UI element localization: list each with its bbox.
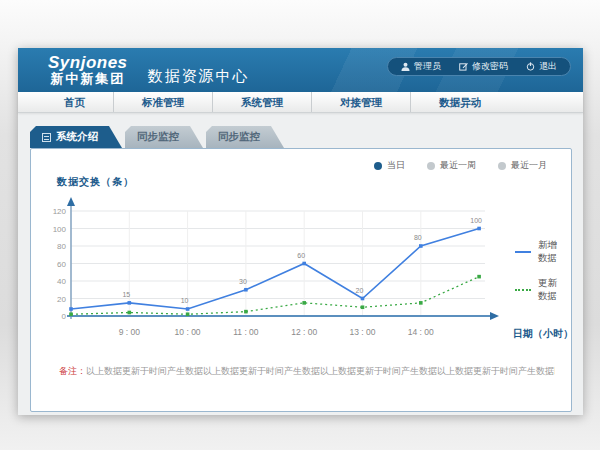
range-option-last-month[interactable]: 最近一月	[498, 159, 547, 172]
user-menu: 管理员 修改密码 退出	[387, 57, 571, 76]
svg-text:20: 20	[57, 295, 66, 304]
company-logo[interactable]: Synjones 新中新集团	[48, 54, 128, 87]
svg-text:15: 15	[122, 291, 130, 298]
svg-text:10: 10	[181, 297, 189, 304]
legend-item: 更新数据	[515, 277, 563, 303]
radio-dot-last-week	[427, 162, 435, 170]
legend-swatch	[515, 289, 531, 291]
tab-sync-monitor-2-label: 同步监控	[218, 130, 260, 144]
nav-item-home[interactable]: 首页	[36, 92, 114, 112]
svg-text:100: 100	[53, 225, 67, 234]
svg-text:0: 0	[62, 312, 67, 321]
app-window: Synjones 新中新集团 数据资源中心 管理员 修改密码 退出	[18, 48, 583, 415]
footnote-text: 以上数据更新于时间产生数据以上数据更新于时间产生数据以上数据更新于时间产生数据以…	[86, 366, 555, 376]
chart-side: 新增数据更新数据 日期（小时）	[511, 191, 563, 359]
nav-item-standard-mgmt[interactable]: 标准管理	[114, 92, 213, 112]
svg-text:14 : 00: 14 : 00	[408, 327, 434, 337]
legend-label: 新增数据	[538, 239, 563, 265]
range-selector: 当日 最近一周 最近一月	[374, 159, 547, 172]
svg-text:60: 60	[57, 260, 66, 269]
svg-text:80: 80	[414, 234, 422, 241]
range-option-last-week[interactable]: 最近一周	[427, 159, 476, 172]
app-header: Synjones 新中新集团 数据资源中心 管理员 修改密码 退出	[18, 48, 583, 92]
range-option-today-label: 当日	[387, 159, 405, 172]
change-password-button[interactable]: 修改密码	[459, 60, 508, 73]
svg-text:10 : 00: 10 : 00	[175, 327, 201, 337]
tab-sync-monitor-2[interactable]: 同步监控	[206, 126, 284, 148]
user-menu-admin[interactable]: 管理员	[401, 60, 441, 73]
logout-button[interactable]: 退出	[526, 60, 557, 73]
tab-system-intro-label: 系统介绍	[56, 130, 98, 144]
main-nav: 首页 标准管理 系统管理 对接管理 数据异动	[18, 92, 583, 113]
logo-text-en: Synjones	[48, 54, 128, 73]
change-password-label: 修改密码	[472, 60, 508, 73]
legend-label: 更新数据	[538, 277, 563, 303]
svg-text:20: 20	[356, 287, 364, 294]
footnote-label: 备注：	[59, 366, 86, 376]
nav-item-interface-mgmt[interactable]: 对接管理	[312, 92, 411, 112]
range-option-last-week-label: 最近一周	[440, 159, 476, 172]
svg-text:40: 40	[57, 277, 66, 286]
logout-label: 退出	[539, 60, 557, 73]
tab-bar: 系统介绍 同步监控 同步监控	[30, 126, 572, 148]
svg-text:30: 30	[239, 278, 247, 285]
legend-item: 新增数据	[515, 239, 563, 265]
user-icon	[401, 62, 410, 71]
tab-system-intro[interactable]: 系统介绍	[30, 126, 122, 148]
chart-row: 0204060801001201510306020801009 : 0010 :…	[41, 191, 563, 359]
nav-item-system-mgmt[interactable]: 系统管理	[213, 92, 312, 112]
svg-text:80: 80	[57, 242, 66, 251]
series-legend: 新增数据更新数据	[515, 239, 563, 303]
svg-text:120: 120	[53, 207, 67, 216]
svg-text:12 : 00: 12 : 00	[291, 327, 317, 337]
grid-icon	[42, 133, 51, 142]
logo-text-cn: 新中新集团	[48, 72, 128, 86]
legend-swatch	[515, 251, 531, 253]
line-chart: 0204060801001201510306020801009 : 0010 :…	[41, 191, 511, 359]
tab-sync-monitor-1[interactable]: 同步监控	[125, 126, 203, 148]
user-menu-admin-label: 管理员	[414, 60, 441, 73]
tab-sync-monitor-1-label: 同步监控	[137, 130, 179, 144]
footnote: 备注：以上数据更新于时间产生数据以上数据更新于时间产生数据以上数据更新于时间产生…	[59, 365, 555, 378]
svg-text:13 : 00: 13 : 00	[350, 327, 376, 337]
chart-panel: 当日 最近一周 最近一月 数据交换（条） 0204060801001201510…	[30, 148, 572, 412]
range-option-today[interactable]: 当日	[374, 159, 405, 172]
power-icon	[526, 62, 535, 71]
y-axis-title: 数据交换（条）	[57, 175, 134, 189]
svg-text:11 : 00: 11 : 00	[233, 327, 259, 337]
svg-text:9 : 00: 9 : 00	[119, 327, 141, 337]
page-title: 数据资源中心	[148, 67, 250, 86]
x-axis-title: 日期（小时）	[513, 327, 573, 341]
nav-item-data-change[interactable]: 数据异动	[411, 92, 509, 112]
radio-dot-today	[374, 162, 382, 170]
svg-text:60: 60	[297, 252, 305, 259]
radio-dot-last-month	[498, 162, 506, 170]
range-option-last-month-label: 最近一月	[511, 159, 547, 172]
svg-text:100: 100	[470, 217, 482, 224]
edit-icon	[459, 62, 468, 71]
content-area: 系统介绍 同步监控 同步监控 当日 最近一周	[18, 113, 583, 415]
